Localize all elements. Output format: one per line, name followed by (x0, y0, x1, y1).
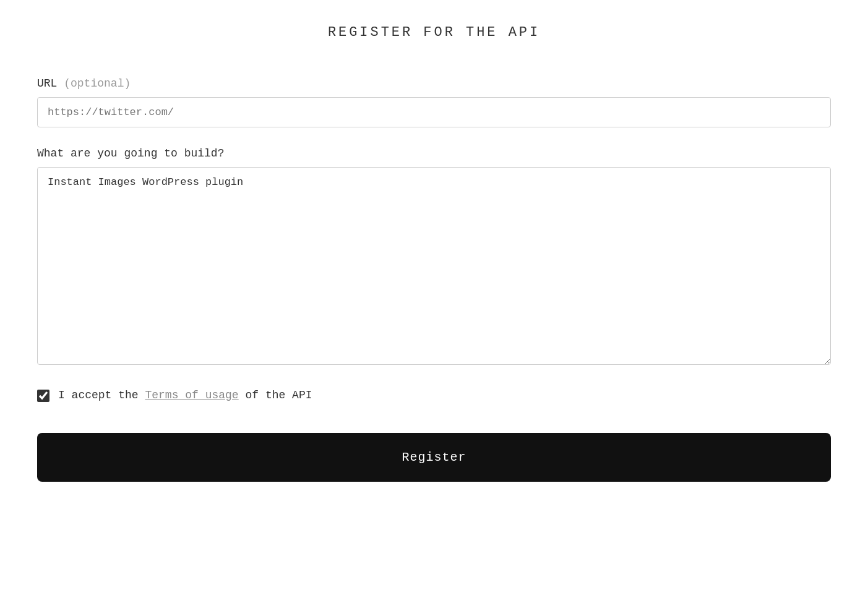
page-wrapper: REGISTER FOR THE API URL (optional) What… (37, 0, 831, 482)
url-input[interactable] (37, 97, 831, 127)
terms-link[interactable]: Terms of usage (145, 389, 238, 401)
register-button[interactable]: Register (37, 433, 831, 482)
terms-checkbox[interactable] (37, 390, 49, 402)
terms-label: I accept the Terms of usage of the API (58, 388, 312, 403)
build-textarea[interactable]: Instant Images WordPress plugin (37, 167, 831, 365)
build-section: What are you going to build? Instant Ima… (37, 147, 831, 368)
terms-section: I accept the Terms of usage of the API (37, 388, 831, 403)
url-label: URL (optional) (37, 77, 831, 90)
page-title: REGISTER FOR THE API (37, 25, 831, 40)
build-label: What are you going to build? (37, 147, 831, 160)
url-section: URL (optional) (37, 77, 831, 127)
